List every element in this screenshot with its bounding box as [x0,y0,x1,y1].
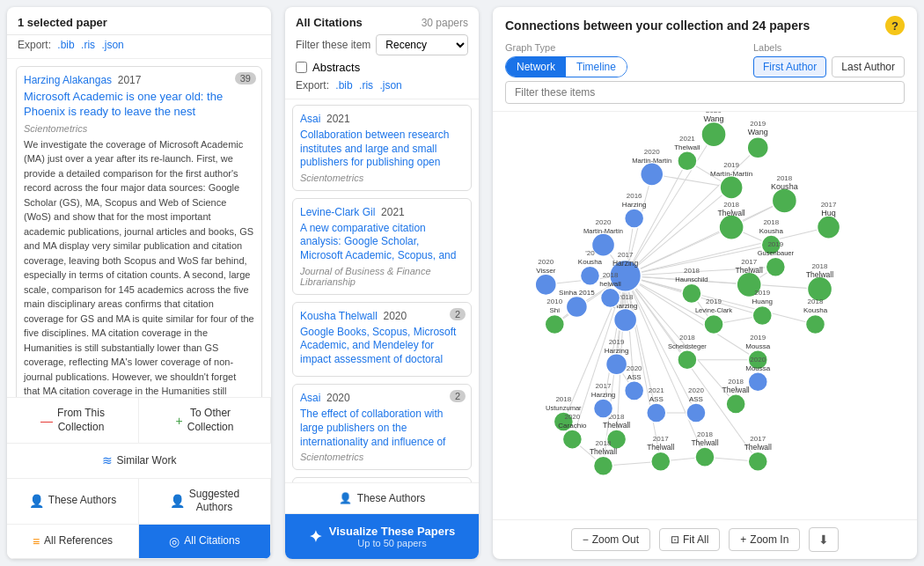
export-json[interactable]: .json [101,39,123,51]
zoom-in-button[interactable]: + Zoom In [729,528,800,551]
citation-badge: 2 [450,308,466,320]
citation-year: 2021 [326,113,350,125]
svg-text:Martín-Martín: Martín-Martín [710,170,752,178]
svg-text:2018: 2018 [776,174,792,182]
right-title: Connections between your collection and … [505,18,810,33]
svg-text:Thelwall: Thelwall [603,421,630,430]
svg-text:helwall: helwall [599,280,621,288]
paper-item: 39 Harzing Alakangas 2017 Microsoft Acad… [16,66,262,397]
svg-point-93 [752,305,772,325]
citation-title[interactable]: A new comparative citation analysis: Goo… [300,222,464,263]
svg-text:Shi: Shi [549,306,560,314]
citation-authors[interactable]: Levine-Clark Gil [300,206,375,218]
similar-work-button[interactable]: ≋ Similar Work [7,444,271,478]
left-panel-header: 1 selected paper [7,7,271,35]
svg-text:Harzing: Harzing [622,201,647,209]
citations-footer: 👤 These Authors ✦ Visualize These Papers… [285,482,479,559]
svg-point-90 [704,314,723,334]
graph-filter-input[interactable] [505,81,905,104]
svg-line-14 [626,276,820,289]
these-authors-button[interactable]: 👤 These Authors [7,479,139,525]
all-citations-button[interactable]: ◎ All Citations [139,525,271,559]
svg-text:ASS: ASS [689,395,703,403]
to-collection-button[interactable]: + To OtherCollection [139,398,271,444]
citation-meta: Kousha Thelwall 2020 [300,310,464,322]
svg-text:2018: 2018 [603,271,619,279]
export-bib-middle[interactable]: .bib [335,79,352,92]
svg-text:Moussa: Moussa [745,364,771,372]
export-label: Export: [18,39,51,51]
zoom-in-label: Zoom In [750,533,788,546]
citation-meta: Levine-Clark Gil 2021 [300,206,464,218]
fit-all-label: Fit All [683,533,708,546]
right-panel: Connections between your collection and … [493,7,917,559]
export-json-middle[interactable]: .json [379,79,401,92]
svg-text:2018: 2018 [728,378,744,386]
right-title-row: Connections between your collection and … [505,16,905,35]
help-button[interactable]: ? [885,16,905,35]
export-bib[interactable]: .bib [57,39,74,51]
svg-text:2021: 2021 [679,135,695,143]
svg-text:Kousha: Kousha [578,258,603,266]
svg-point-155 [625,381,644,401]
export-label-middle: Export: [296,79,329,92]
svg-point-147 [566,296,587,317]
svg-point-114 [545,314,564,334]
citations-these-authors-label: These Authors [357,492,425,504]
citation-title[interactable]: The effect of collaboration with large p… [300,408,464,449]
svg-text:2020: 2020 [688,386,704,394]
svg-text:Thelwall: Thelwall [691,438,718,447]
citation-authors[interactable]: Kousha Thelwall [300,310,378,322]
svg-text:Thelwall: Thelwall [674,143,700,151]
paper-authors[interactable]: Harzing Alakangas [24,74,112,86]
citations-these-authors-button[interactable]: 👤 These Authors [285,483,479,514]
visualize-button[interactable]: ✦ Visualize These Papers Up to 50 papers [285,514,479,559]
paper-title[interactable]: Microsoft Academic is one year old: the … [24,90,254,120]
svg-point-167 [601,288,620,307]
fit-all-button[interactable]: ⊡ Fit All [659,528,720,551]
visualize-text: Visualize These Papers Up to 50 papers [329,525,456,548]
svg-text:2020: 2020 [627,364,642,372]
suggested-icon: 👤 [170,493,185,509]
citation-title[interactable]: Collaboration between research institute… [300,129,464,170]
svg-point-60 [678,151,697,171]
timeline-button[interactable]: Timeline [566,57,627,77]
labels-group: Labels First Author Last Author [753,42,905,77]
export-ris[interactable]: .ris [81,39,95,51]
right-header: Connections between your collection and … [493,7,917,112]
graph-container: Wang 2020 Wang 2019 Thelwall 2021 Martín… [493,112,917,519]
svg-point-149 [614,308,637,331]
svg-text:2019: 2019 [750,120,766,128]
from-collection-button[interactable]: — From ThisCollection [7,398,139,444]
svg-text:2019: 2019 [706,298,722,305]
svg-text:2018: 2018 [684,267,700,275]
all-references-button[interactable]: ≡ All References [7,525,139,559]
export-row: Export: .bib .ris .json [296,79,468,92]
first-author-button[interactable]: First Author [753,56,826,77]
svg-point-66 [772,188,796,213]
svg-text:2017: 2017 [653,435,669,443]
citation-authors[interactable]: Asai [300,392,320,404]
zoom-out-button[interactable]: − Zoom Out [571,528,650,551]
svg-text:Thelwall: Thelwall [744,443,772,452]
last-author-button[interactable]: Last Author [832,56,905,77]
svg-text:Harzing: Harzing [591,391,616,399]
network-button[interactable]: Network [506,57,566,77]
download-button[interactable]: ⬇ [809,527,839,552]
citation-journal: Journal of Business & Finance Librarians… [300,266,464,287]
export-ris-middle[interactable]: .ris [359,79,373,92]
svg-text:Martín-Martín: Martín-Martín [632,157,671,165]
citation-authors[interactable]: Asai [300,113,320,125]
paper-list: 39 Harzing Alakangas 2017 Microsoft Acad… [7,59,271,397]
svg-text:ASS: ASS [649,395,664,403]
svg-text:Kousha: Kousha [803,306,828,314]
filter-select[interactable]: Recency Date Citations Title [376,34,468,55]
citations-list: Asai 2021 Collaboration between research… [285,99,479,482]
citation-item: Levine-Clark Gil 2021 A new comparative … [292,198,472,295]
citation-title[interactable]: Google Books, Scopus, Microsoft Academic… [300,326,464,367]
svg-point-158 [593,399,612,418]
suggested-authors-button[interactable]: 👤 SuggestedAuthors [139,479,271,525]
svg-point-164 [686,403,706,423]
svg-point-161 [647,403,666,423]
abstracts-checkbox[interactable] [296,62,307,73]
